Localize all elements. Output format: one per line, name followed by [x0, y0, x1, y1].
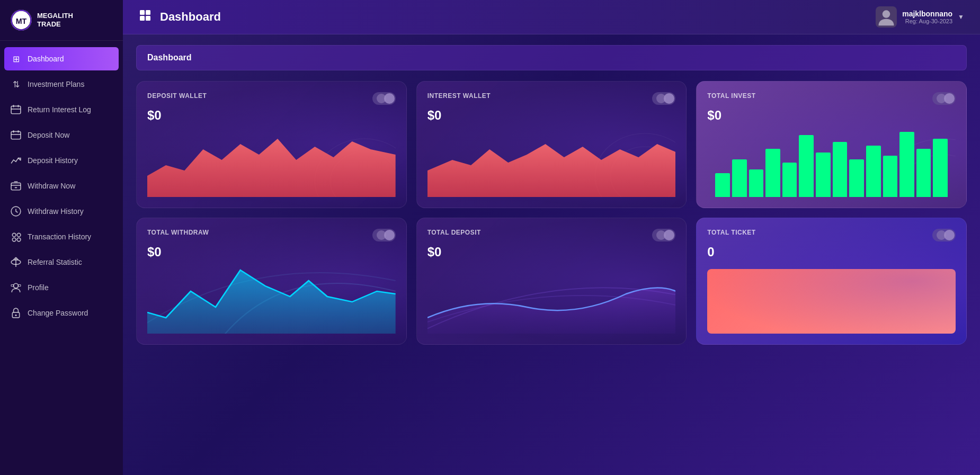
total-deposit-card: Total Deposit $0	[416, 218, 687, 345]
logo-icon: MT	[11, 10, 32, 31]
sidebar-item-dashboard[interactable]: ⊞ Dashboard	[4, 47, 119, 70]
total-invest-header: Total Invest	[707, 92, 956, 105]
main-content: Dashboard majklbonnano Reg: Aug-30-2023 …	[123, 0, 980, 475]
sidebar-item-referral-statistic[interactable]: Referral Statistic	[0, 249, 123, 275]
total-deposit-header: Total Deposit	[427, 229, 676, 241]
deposit-wallet-toggle[interactable]	[372, 92, 396, 105]
sidebar-item-change-password[interactable]: Change Password	[0, 300, 123, 326]
total-deposit-toggle[interactable]	[652, 229, 675, 241]
total-withdraw-chart	[147, 265, 396, 334]
svg-rect-23	[140, 10, 145, 15]
sidebar-item-transaction-history[interactable]: Transaction History	[0, 224, 123, 249]
chevron-down-icon: ▼	[958, 13, 964, 21]
total-withdraw-card: Total Withdraw $0	[136, 218, 407, 345]
sidebar-item-deposit-history[interactable]: Deposit History	[0, 148, 123, 173]
referral-icon	[11, 257, 21, 267]
user-avatar	[876, 6, 897, 28]
cards-grid: DEPOSIT WALLET $0	[136, 81, 967, 345]
total-ticket-chart	[707, 269, 956, 334]
return-interest-icon	[11, 104, 21, 115]
user-info: majklbonnano Reg: Aug-30-2023	[902, 10, 952, 24]
svg-rect-11	[11, 183, 21, 190]
svg-point-15	[17, 233, 21, 237]
withdraw-now-icon	[11, 181, 21, 191]
transaction-history-icon	[11, 231, 21, 242]
svg-rect-3	[11, 106, 21, 113]
total-ticket-toggle[interactable]	[932, 229, 956, 241]
sidebar-item-withdraw-history[interactable]: Withdraw History	[0, 199, 123, 224]
sidebar-logo: MT MEGALITH TRADE	[0, 0, 123, 41]
deposit-wallet-header: DEPOSIT WALLET	[147, 92, 396, 105]
content-area: Dashboard DEPOSIT WALLET $0	[123, 34, 980, 475]
sidebar: MT MEGALITH TRADE ⊞ Dashboard ⇅ Investme…	[0, 0, 123, 475]
investment-icon: ⇅	[11, 79, 21, 89]
svg-point-27	[883, 10, 890, 18]
deposit-wallet-card: DEPOSIT WALLET $0	[136, 81, 407, 208]
logo-text: MEGALITH TRADE	[37, 12, 73, 28]
sidebar-item-investment-plans[interactable]: ⇅ Investment Plans	[0, 71, 123, 97]
total-deposit-chart	[427, 265, 676, 334]
topbar: Dashboard majklbonnano Reg: Aug-30-2023 …	[123, 0, 980, 34]
user-profile-button[interactable]: majklbonnano Reg: Aug-30-2023 ▼	[876, 6, 964, 28]
svg-rect-26	[146, 16, 150, 21]
total-invest-value: $0	[707, 108, 956, 123]
profile-icon	[11, 282, 21, 293]
total-invest-card: Total Invest $0	[696, 81, 967, 208]
interest-wallet-chart	[427, 128, 676, 197]
user-name: majklbonnano	[902, 10, 952, 18]
total-invest-chart	[707, 128, 956, 197]
total-deposit-title: Total Deposit	[427, 229, 481, 236]
svg-rect-7	[11, 131, 21, 139]
sidebar-item-profile[interactable]: Profile	[0, 275, 123, 300]
sidebar-nav: ⊞ Dashboard ⇅ Investment Plans Return In…	[0, 41, 123, 475]
svg-rect-25	[140, 16, 145, 21]
total-withdraw-toggle[interactable]	[372, 229, 396, 241]
breadcrumb-title: Dashboard	[147, 53, 192, 62]
withdraw-history-icon	[11, 206, 21, 217]
svg-point-16	[17, 238, 21, 241]
svg-point-18	[14, 283, 19, 288]
interest-wallet-title: INTEREST WALLET	[427, 92, 491, 100]
change-password-icon	[11, 308, 21, 318]
total-withdraw-header: Total Withdraw	[147, 229, 396, 241]
interest-wallet-toggle[interactable]	[652, 92, 675, 105]
svg-point-22	[15, 315, 16, 316]
interest-wallet-value: $0	[427, 108, 676, 123]
deposit-history-icon	[11, 155, 21, 166]
topbar-left: Dashboard	[139, 9, 221, 25]
total-ticket-card: Total Ticket 0	[696, 218, 967, 345]
total-invest-title: Total Invest	[707, 92, 755, 100]
total-withdraw-title: Total Withdraw	[147, 229, 209, 236]
sidebar-item-deposit-now[interactable]: Deposit Now	[0, 122, 123, 148]
total-ticket-value: 0	[707, 245, 956, 259]
svg-point-13	[12, 233, 16, 237]
sidebar-item-withdraw-now[interactable]: Withdraw Now	[0, 173, 123, 199]
deposit-wallet-chart	[147, 128, 396, 197]
total-ticket-title: Total Ticket	[707, 229, 755, 236]
svg-text:MT: MT	[16, 17, 27, 25]
interest-wallet-card: INTEREST WALLET $0	[416, 81, 687, 208]
total-ticket-header: Total Ticket	[707, 229, 956, 241]
page-title: Dashboard	[160, 10, 221, 24]
topbar-grid-icon	[139, 9, 152, 25]
user-reg-date: Reg: Aug-30-2023	[902, 18, 952, 24]
sidebar-item-return-interest-log[interactable]: Return Interest Log	[0, 97, 123, 122]
total-invest-toggle[interactable]	[932, 92, 956, 105]
page-header: Dashboard	[136, 45, 967, 70]
interest-wallet-header: INTEREST WALLET	[427, 92, 676, 105]
dashboard-icon: ⊞	[11, 53, 21, 64]
svg-rect-24	[146, 10, 150, 15]
svg-point-14	[12, 238, 16, 241]
deposit-wallet-title: DEPOSIT WALLET	[147, 92, 207, 100]
deposit-wallet-value: $0	[147, 108, 396, 123]
deposit-now-icon	[11, 130, 21, 140]
